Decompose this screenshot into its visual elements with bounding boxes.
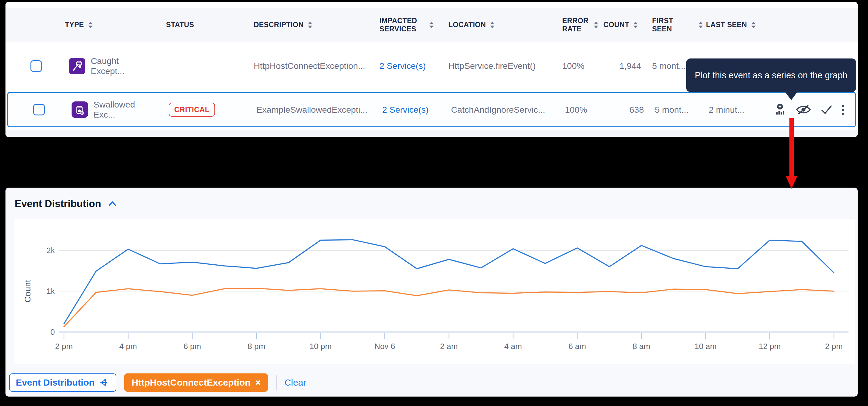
event-distribution-panel: Event Distribution 01k2k2 pm4 pm6 pm8 pm… <box>5 188 858 397</box>
legend-divider <box>276 375 277 391</box>
sort-icon <box>751 22 755 28</box>
panel-title: Event Distribution <box>14 198 101 210</box>
column-header-error-rate[interactable]: ERROR RATE <box>548 17 601 33</box>
kebab-menu-icon[interactable] <box>842 105 844 115</box>
red-annotation-arrowhead <box>786 176 797 189</box>
close-icon[interactable]: × <box>255 377 261 388</box>
sort-icon <box>308 22 312 28</box>
red-annotation-arrow <box>789 118 794 177</box>
next-row-sliver <box>5 130 858 136</box>
sort-icon <box>633 22 638 28</box>
caught-exception-icon <box>69 58 85 74</box>
svg-text:12 pm: 12 pm <box>759 342 781 351</box>
sort-icon <box>88 22 93 28</box>
plot-event-tooltip: Plot this event as a series on the graph <box>686 59 856 92</box>
column-header-type[interactable]: TYPE <box>51 21 152 29</box>
svg-text:4 pm: 4 pm <box>119 342 137 351</box>
svg-text:6 am: 6 am <box>568 342 586 351</box>
table-row-swallowed-exception-selected[interactable]: Swallowed Exc... CRITICAL ExampleSwallow… <box>7 92 856 127</box>
svg-text:10 am: 10 am <box>695 342 717 351</box>
event-distribution-chart: 01k2k2 pm4 pm6 pm8 pm10 pmNov 62 am4 am6… <box>14 219 855 364</box>
collapse-chevron-up-icon[interactable] <box>108 200 117 207</box>
clear-series-link[interactable]: Clear <box>284 377 306 388</box>
table-header-row: TYPE STATUS DESCRIPTION IMPACTED SERVICE… <box>5 8 858 42</box>
plot-series-icon[interactable] <box>774 103 786 116</box>
sort-icon <box>699 22 703 28</box>
sort-icon <box>490 22 494 28</box>
row-checkbox[interactable] <box>30 60 42 72</box>
tooltip-caret <box>784 91 798 100</box>
location-cell: HttpService.fireEvent() <box>444 61 548 71</box>
sort-icon <box>594 22 598 28</box>
svg-text:2 pm: 2 pm <box>825 342 843 351</box>
screenshot-stage: TYPE STATUS DESCRIPTION IMPACTED SERVICE… <box>0 0 868 406</box>
svg-text:2k: 2k <box>46 246 55 255</box>
svg-text:6 pm: 6 pm <box>183 342 201 351</box>
svg-text:8 am: 8 am <box>632 342 650 351</box>
svg-text:0: 0 <box>51 327 55 337</box>
location-cell: CatchAndIgnoreServic... <box>447 105 550 115</box>
series-filter-pill[interactable]: HttpHostConnectException × <box>124 373 268 392</box>
error-rate-cell: 100% <box>550 105 603 115</box>
hide-event-eye-off-icon[interactable] <box>796 104 811 116</box>
column-header-impacted-services[interactable]: IMPACTED SERVICES <box>368 17 444 33</box>
resolve-check-icon[interactable] <box>820 104 833 115</box>
error-rate-cell: 100% <box>548 61 601 71</box>
table-top-sliver <box>5 2 858 8</box>
column-header-description[interactable]: DESCRIPTION <box>240 21 368 29</box>
svg-text:1k: 1k <box>46 287 55 296</box>
row-actions <box>764 103 855 116</box>
svg-text:4 am: 4 am <box>504 342 522 351</box>
svg-text:Count: Count <box>23 280 32 303</box>
chart-legend-row: Event Distribution HttpHostConnectExcept… <box>9 373 306 392</box>
svg-text:Nov 6: Nov 6 <box>374 342 395 351</box>
column-header-status[interactable]: STATUS <box>152 21 240 29</box>
event-distribution-series-button[interactable]: Event Distribution <box>9 373 116 392</box>
swallowed-exception-icon <box>71 101 88 118</box>
event-type-label: Swallowed Exc... <box>93 100 154 120</box>
svg-text:2 am: 2 am <box>440 342 458 351</box>
column-header-count[interactable]: COUNT <box>601 21 650 29</box>
impacted-services-link[interactable]: 2 Service(s) <box>382 105 429 115</box>
share-split-icon <box>99 378 110 387</box>
count-cell: 638 <box>603 105 652 115</box>
impacted-services-link[interactable]: 2 Service(s) <box>379 61 426 71</box>
chart-card: 01k2k2 pm4 pm6 pm8 pm10 pmNov 62 am4 am6… <box>14 219 855 364</box>
tooltip-text: Plot this event as a series on the graph <box>695 70 847 81</box>
last-seen-cell: 2 minut... <box>706 105 764 115</box>
svg-text:8 pm: 8 pm <box>248 342 265 351</box>
column-header-location[interactable]: LOCATION <box>444 21 548 29</box>
sort-icon <box>429 22 434 28</box>
column-header-last-seen[interactable]: LAST SEEN <box>703 21 761 29</box>
column-header-first-seen[interactable]: FIRST SEEN <box>650 17 703 33</box>
svg-text:10 pm: 10 pm <box>310 342 332 351</box>
description-cell: ExampleSwallowedExcepti... <box>243 105 371 115</box>
event-type-label: Caught Except... <box>91 56 152 76</box>
description-cell: HttpHostConnectException... <box>240 61 368 71</box>
count-cell: 1,944 <box>601 61 650 71</box>
critical-status-badge: CRITICAL <box>169 103 215 117</box>
first-seen-cell: 5 mont... <box>652 105 706 115</box>
row-checkbox[interactable] <box>33 104 45 116</box>
svg-text:2 pm: 2 pm <box>55 342 73 351</box>
